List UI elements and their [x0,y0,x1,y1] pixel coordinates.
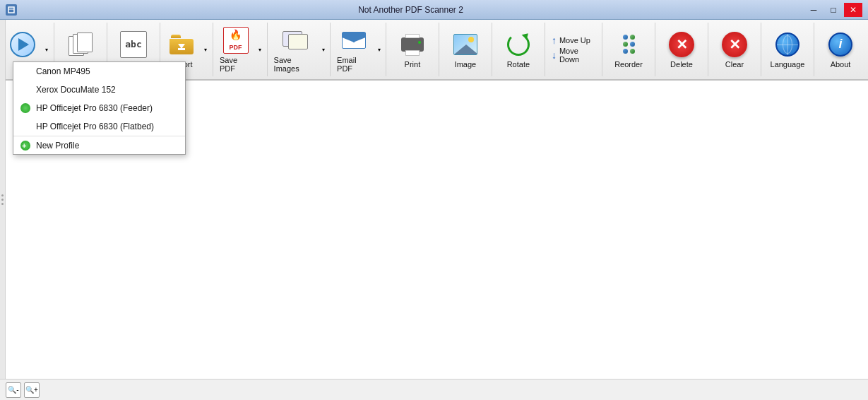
print-label: Print [405,60,421,69]
delete-group: ✕ Delete [655,23,708,76]
window-controls: ─ □ ✕ [804,3,862,17]
dropdown-item-hp-flatbed[interactable]: HP Officejet Pro 6830 (Flatbed) [13,117,185,136]
dropdown-item-label: HP Officejet Pro 6830 (Feeder) [36,103,153,113]
close-button[interactable]: ✕ [844,3,862,17]
pdf-icon: 🔥 PDF [223,27,249,54]
dropdown-item-label: New Profile [36,141,79,151]
dropdown-item-new-profile[interactable]: + New Profile [13,136,185,154]
email-pdf-main-button[interactable]: Email PDF [333,23,374,76]
clear-icon: ✕ [721,31,748,58]
about-icon: i [827,31,854,58]
save-pdf-main-button[interactable]: 🔥 PDF Save PDF [215,23,256,76]
left-gripper[interactable] [0,20,6,379]
save-images-group: Save Images ▾ [268,23,331,76]
import-icon [168,31,195,58]
reorder-label: Reorder [614,60,643,69]
profiles-icon [67,31,94,58]
email-pdf-group: Email PDF ▾ [331,23,386,76]
delete-icon: ✕ [668,31,695,58]
import-dropdown-arrow[interactable]: ▾ [201,23,210,76]
rotate-label: Rotate [507,60,530,69]
image-button[interactable]: Image [441,23,490,76]
clear-label: Clear [725,60,744,69]
delete-label: Delete [670,60,693,69]
dropdown-item-hp-feeder[interactable]: HP Officejet Pro 6830 (Feeder) [13,99,185,117]
save-pdf-split-button[interactable]: 🔥 PDF Save PDF ▾ [215,23,266,76]
minimize-button[interactable]: ─ [804,3,823,17]
print-group: Print [386,23,439,76]
move-group: ↑ Move Up ↓ Move Down [545,23,602,76]
app-icon [6,4,17,16]
rotate-button[interactable]: Rotate [494,23,543,76]
language-group: Language [761,23,814,76]
language-button[interactable]: Language [763,23,812,76]
gripper-dot [1,203,4,205]
zoom-in-icon: 🔍 [25,386,34,394]
gripper-dot [1,194,4,196]
title-bar: Not Another PDF Scanner 2 ─ □ ✕ [0,0,868,20]
dropdown-item-label: Canon MP495 [36,66,90,76]
new-profile-plus-icon: + [22,141,26,149]
move-up-item[interactable]: ↑ Move Up [552,35,590,45]
reorder-icon [615,31,642,58]
save-images-split-button[interactable]: Save Images ▾ [269,23,328,76]
image-group: Image [439,23,492,76]
email-pdf-label: Email PDF [337,56,370,73]
clear-button[interactable]: ✕ Clear [710,23,759,76]
about-button[interactable]: i About [816,23,865,76]
gripper-dot [1,199,4,201]
move-down-icon: ↓ [552,50,557,60]
delete-button[interactable]: ✕ Delete [657,23,706,76]
rotate-icon [505,31,532,58]
restore-button[interactable]: □ [824,3,843,17]
language-label: Language [771,60,805,69]
window-title: Not Another PDF Scanner 2 [358,5,463,15]
ocr-icon: abc [120,31,147,58]
rotate-group: Rotate [492,23,545,76]
save-pdf-label: Save PDF [220,56,251,73]
svg-rect-0 [8,7,14,13]
save-pdf-dropdown-arrow[interactable]: ▾ [256,23,265,76]
images-icon [281,27,308,54]
dropdown-item-label: HP Officejet Pro 6830 (Flatbed) [36,122,154,131]
save-pdf-group: 🔥 PDF Save PDF ▾ [213,23,268,76]
save-images-dropdown-arrow[interactable]: ▾ [319,23,328,76]
about-label: About [831,60,851,69]
save-images-label: Save Images [274,56,315,73]
email-pdf-split-button[interactable]: Email PDF ▾ [332,23,384,76]
dropdown-item-xerox[interactable]: Xerox DocuMate 152 [13,81,185,99]
email-icon [340,27,367,54]
reorder-group: Reorder [602,23,655,76]
language-icon [774,31,801,58]
status-bar: 🔍- 🔍+ [0,379,868,400]
move-up-icon: ↑ [552,35,557,45]
about-group: i About [814,23,867,76]
reorder-button[interactable]: Reorder [604,23,653,76]
clear-group: ✕ Clear [708,23,761,76]
save-images-main-button[interactable]: Save Images [270,23,319,76]
zoom-out-button[interactable]: 🔍- [6,382,21,398]
move-up-down-button[interactable]: ↑ Move Up ↓ Move Down [547,23,600,76]
zoom-out-icon: 🔍 [8,386,16,394]
move-down-label: Move Down [559,47,595,64]
move-down-item[interactable]: ↓ Move Down [552,47,595,64]
move-up-label: Move Up [559,36,590,45]
image-icon [452,31,479,58]
profiles-dropdown: Canon MP495 Xerox DocuMate 152 HP Office… [13,61,186,155]
scan-icon [8,30,37,59]
print-icon [399,31,426,58]
image-label: Image [455,60,477,69]
email-pdf-dropdown-arrow[interactable]: ▾ [374,23,384,76]
dropdown-item-canon[interactable]: Canon MP495 [13,62,185,81]
dropdown-item-label: Xerox DocuMate 152 [36,85,116,95]
print-button[interactable]: Print [388,23,437,76]
zoom-in-button[interactable]: 🔍+ [24,382,40,398]
